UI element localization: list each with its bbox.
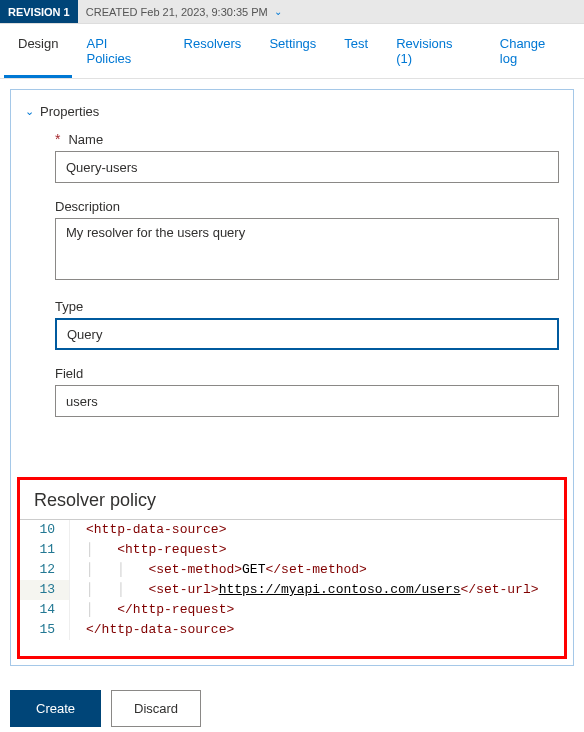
line-number: 13 [20,580,70,600]
field-label: Field [55,366,83,381]
tab-changelog[interactable]: Change log [486,24,580,78]
resolver-policy-title: Resolver policy [20,484,564,519]
code-editor[interactable]: 10 <http-data-source> 11 │ <http-request… [20,519,564,640]
name-row: * Name [11,129,573,197]
type-row: Type [11,297,573,364]
line-number: 12 [20,560,70,580]
code-line: 15 </http-data-source> [20,620,564,640]
revision-badge: REVISION 1 [0,0,78,23]
line-number: 11 [20,540,70,560]
tab-design[interactable]: Design [4,24,72,78]
code-line: 10 <http-data-source> [20,520,564,540]
revision-bar: REVISION 1 CREATED Feb 21, 2023, 9:30:35… [0,0,584,24]
tabs-bar: Design API Policies Resolvers Settings T… [0,24,584,79]
properties-label: Properties [40,104,99,119]
tab-test[interactable]: Test [330,24,382,78]
properties-header[interactable]: ⌄ Properties [11,100,573,129]
required-asterisk: * [55,131,60,147]
code-line: 11 │ <http-request> [20,540,564,560]
resolver-highlight-box: Resolver policy 10 <http-data-source> 11… [17,477,567,659]
line-number: 10 [20,520,70,540]
description-input[interactable] [55,218,559,280]
footer-actions: Create Discard [0,672,584,732]
created-timestamp[interactable]: CREATED Feb 21, 2023, 9:30:35 PM ⌄ [78,6,282,18]
description-row: Description [11,197,573,297]
name-input[interactable] [55,151,559,183]
code-line: 13 │ │ <set-url>https://myapi.contoso.co… [20,580,564,600]
field-input[interactable] [55,385,559,417]
created-text: CREATED Feb 21, 2023, 9:30:35 PM [86,6,268,18]
main-panel: ⌄ Properties * Name Description Type Fie… [10,89,574,666]
description-label: Description [55,199,120,214]
tab-revisions[interactable]: Revisions (1) [382,24,486,78]
discard-button[interactable]: Discard [111,690,201,727]
chevron-down-icon: ⌄ [274,6,282,17]
tab-resolvers[interactable]: Resolvers [170,24,256,78]
tab-api-policies[interactable]: API Policies [72,24,169,78]
create-button[interactable]: Create [10,690,101,727]
field-row: Field [11,364,573,477]
chevron-down-icon: ⌄ [25,105,34,118]
type-input[interactable] [55,318,559,350]
type-label: Type [55,299,83,314]
line-number: 14 [20,600,70,620]
code-line: 14 │ </http-request> [20,600,564,620]
line-number: 15 [20,620,70,640]
code-line: 12 │ │ <set-method>GET</set-method> [20,560,564,580]
tab-settings[interactable]: Settings [255,24,330,78]
name-label: Name [68,132,103,147]
